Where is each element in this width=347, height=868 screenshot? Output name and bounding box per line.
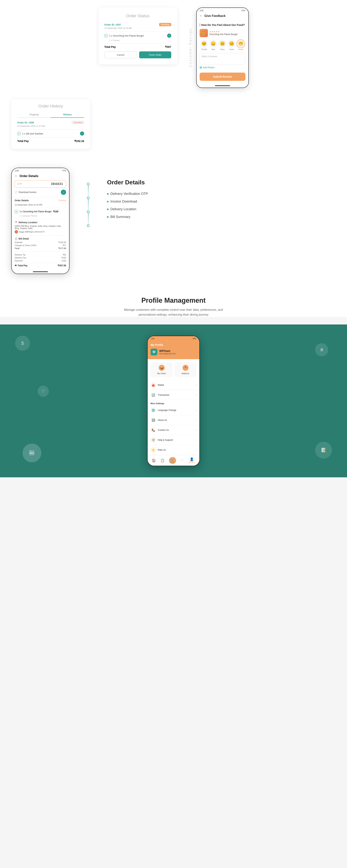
- bill-fee: Delivery Fee ₹100: [15, 256, 66, 259]
- rate-chevron: ›: [196, 448, 196, 451]
- od-order-date-row: 12,September 2023 12:16 PM: [15, 204, 66, 206]
- emoji-great[interactable]: 😁 Great: [237, 40, 245, 51]
- yellow-accent-bar: [200, 23, 200, 27]
- conn-line-2: [88, 199, 88, 211]
- profile-edit-icon[interactable]: ✏: [194, 350, 196, 354]
- od-item-row: ■ 1 x Scorching Hot Flame Burger ₹120: [15, 210, 66, 213]
- agent-name: Asgar WRTeam | 8••••••••77: [19, 231, 45, 233]
- about-label: About Us: [158, 419, 194, 422]
- profile-card-orders[interactable]: 📦 My Order: [151, 362, 173, 377]
- history-order-id: Order ID: #295: [17, 121, 34, 124]
- contact-chevron: ›: [196, 429, 196, 431]
- nav-home[interactable]: 🏠: [152, 458, 156, 463]
- feedback-question-row: How Do You Feel About Our Food?: [200, 23, 245, 27]
- agent-avatar: A: [15, 230, 18, 234]
- contact-icon: 📞: [151, 428, 156, 433]
- nav-cart[interactable]: 🛒: [169, 457, 176, 464]
- wallet-label: Wallet: [158, 384, 194, 386]
- feedback-title: Give Feedback: [204, 14, 226, 18]
- back-arrow-icon[interactable]: ←: [200, 14, 203, 18]
- menu-wallet[interactable]: 👛 Wallet ›: [148, 380, 199, 390]
- download-action-icon[interactable]: ↓: [61, 190, 66, 195]
- od-time: 1:00: [15, 169, 19, 172]
- od-delivery-header: 📍 Delivery Location: [15, 221, 66, 224]
- divider5: [15, 251, 66, 252]
- help-label: Help & Support: [158, 439, 194, 441]
- order-history-card: Order History Ongoing History Order ID: …: [11, 99, 90, 149]
- profile-card-address[interactable]: 📍 Address: [174, 362, 196, 377]
- od-item-name: 1 x Scorching Hot Flame Burger: [20, 210, 52, 213]
- profile-nav-icon: 👤: [190, 457, 194, 461]
- conn-dot-4: [87, 224, 90, 227]
- emoji-bad[interactable]: 😞 Bad: [209, 40, 217, 51]
- eye-icon: 👁: [15, 264, 17, 267]
- terrible-emoji: 😣: [200, 40, 208, 48]
- menu-contact[interactable]: 📞 Contact Us ›: [148, 425, 199, 435]
- terrible-label: Terrible: [201, 49, 207, 51]
- bill-subtotal: Subtotal ₹150.00: [15, 241, 66, 244]
- order-date: 12,September 2023 12:16 AM: [105, 27, 171, 29]
- nav-orders[interactable]: 📋: [161, 458, 165, 463]
- help-chevron: ›: [196, 439, 196, 441]
- od-header: ← Order Details: [12, 173, 69, 180]
- add-photos-icon: 🖼: [200, 66, 202, 69]
- menu-language[interactable]: 🌐 Language Change ›: [148, 405, 199, 415]
- add-photos-row[interactable]: 🖼 Add Photos: [200, 66, 245, 69]
- track-order-button[interactable]: Track Order: [139, 52, 171, 58]
- cancel-button[interactable]: Cancel: [105, 52, 137, 58]
- language-icon: 🌐: [151, 408, 156, 413]
- nav-profile[interactable]: 👤 PROFILE: [188, 457, 196, 464]
- comment-box[interactable]: Write Comment: [200, 53, 245, 64]
- delivery-pin-icon: 📍: [15, 221, 18, 224]
- profile-status-bar: 1:00 84%: [148, 336, 199, 341]
- submit-review-button[interactable]: Submit Review: [200, 72, 245, 81]
- phone-home-bar: [197, 84, 249, 88]
- emoji-good[interactable]: 😊 Good: [228, 40, 235, 51]
- menu-transaction[interactable]: 🔄 Transaction ›: [148, 390, 199, 400]
- od-status-bar: 1:00 77%: [12, 168, 69, 173]
- rate-icon: ⭐: [151, 447, 156, 453]
- od-battery: 77%: [62, 169, 66, 172]
- good-label: Good: [229, 49, 234, 51]
- tab-ongoing[interactable]: Ongoing: [17, 112, 51, 117]
- orders-nav-icon: 📋: [161, 458, 165, 463]
- wallet-icon: 👛: [151, 382, 156, 388]
- cart-nav-icon: 🛒: [169, 457, 176, 464]
- otp-box: OTP 384431: [15, 180, 66, 188]
- history-total-value: ₹232.16: [74, 140, 84, 143]
- okay-emoji: 😐: [219, 40, 226, 48]
- menu-help[interactable]: 🛡️ Help & Support ›: [148, 435, 199, 445]
- profile-header-bg: My Profile W WRTeam demo@gmail.com ✏: [148, 341, 199, 359]
- add-photos-label: Add Photos: [203, 66, 214, 69]
- menu-about[interactable]: ℹ️ About Us ›: [148, 415, 199, 425]
- order-history-title: Order History: [17, 104, 84, 108]
- od-order-section: Order Details Pending: [15, 199, 66, 203]
- history-item-check: →: [80, 131, 84, 135]
- bill-header: 📋 Bill Detail: [15, 238, 66, 240]
- order-details-text: Order Details Delivery Verification OTP …: [107, 168, 336, 223]
- bill-tip: Delivery Tip ₹30: [15, 254, 66, 256]
- feedback-question-text: How Do You Feel About Our Food?: [201, 24, 245, 26]
- od-order-status: Pending: [59, 199, 66, 203]
- menu-rate[interactable]: ⭐ Rate Us ›: [148, 445, 199, 455]
- card1-label: My Order: [157, 372, 166, 375]
- emoji-okay[interactable]: 😐 Okay: [219, 40, 226, 51]
- nav-wishlist[interactable]: ♡: [181, 458, 184, 463]
- delivery-address: 6JMV+6M Bhuj, Gujarat, India, bhuj, mirj…: [15, 225, 66, 229]
- food-image: 🍔: [200, 29, 208, 37]
- emoji-rating-row: 😣 Terrible 😞 Bad 😐 Okay 😊 Good: [200, 40, 245, 51]
- feature-dot4: [107, 216, 109, 218]
- more-settings-label: More Settings: [148, 400, 199, 405]
- section-profile-bottom: $ 🔤 ♡ 1:00 84% My Profile W WRTeam demo@…: [0, 324, 347, 477]
- deco-circle-heart: ♡: [37, 385, 49, 397]
- home-nav-icon: 🏠: [152, 458, 156, 463]
- emoji-terrible[interactable]: 😣 Terrible: [200, 40, 208, 51]
- item-veg-icon: ■: [105, 34, 108, 37]
- phone-header: ← Give Feedback: [197, 12, 249, 20]
- rate-label: Rate Us: [158, 448, 194, 451]
- od-back-icon[interactable]: ←: [15, 174, 18, 178]
- great-emoji: 😁: [237, 40, 245, 48]
- tab-history[interactable]: History: [51, 112, 84, 118]
- item-sub: 1 x Cheese: [109, 39, 171, 41]
- phone-battery: 72%: [241, 9, 245, 12]
